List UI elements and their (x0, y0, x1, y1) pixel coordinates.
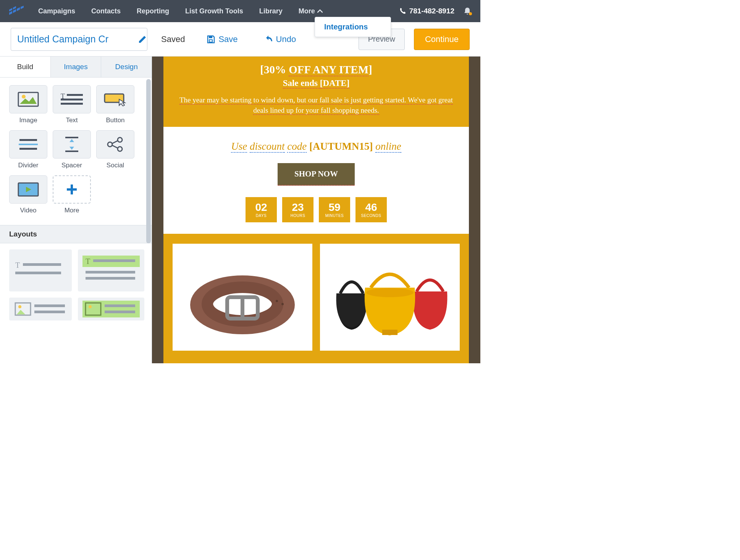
brand-logo[interactable] (9, 6, 27, 16)
campaign-toolbar: Saved Save Undo Preview Continue (0, 22, 480, 57)
svg-rect-7 (209, 40, 212, 42)
svg-rect-8 (18, 92, 38, 106)
svg-point-22 (118, 147, 122, 151)
top-nav: Campaigns Contacts Reporting List Growth… (0, 0, 480, 22)
nav-library[interactable]: Library (259, 7, 283, 15)
svg-rect-44 (105, 311, 135, 313)
phone-icon (399, 8, 406, 15)
svg-text:T: T (15, 261, 20, 269)
undo-button[interactable]: Undo (264, 34, 296, 44)
svg-rect-27 (67, 188, 77, 191)
sidebar-tabs: Build Images Design (0, 57, 152, 78)
save-icon (206, 35, 215, 44)
social-icon (96, 130, 134, 159)
spacer-icon (53, 130, 91, 159)
more-integrations[interactable]: Integrations (324, 23, 381, 31)
svg-rect-18 (65, 137, 78, 138)
svg-rect-52 (382, 330, 397, 335)
svg-rect-43 (105, 304, 135, 307)
main-layout: Build Images Design Image T Te (0, 57, 480, 363)
svg-rect-39 (34, 311, 65, 313)
block-video[interactable]: Video (9, 175, 47, 214)
svg-line-23 (112, 141, 118, 144)
hero-section[interactable]: [30% OFF ANY ITEM] Sale ends [DATE] The … (163, 57, 469, 127)
svg-rect-33 (93, 259, 135, 262)
hero-body[interactable]: The year may be starting to wind down, b… (179, 96, 453, 115)
product-handbags[interactable] (320, 244, 460, 351)
layout-text-highlight[interactable]: T (78, 249, 144, 291)
svg-point-42 (89, 305, 92, 308)
video-icon (9, 175, 47, 204)
chevron-up-icon (317, 9, 323, 13)
continue-button[interactable]: Continue (414, 29, 470, 50)
promo-section[interactable]: Use discount code [AUTUMN15] online SHOP… (163, 127, 469, 234)
countdown-days: 02 DAYS (246, 197, 277, 222)
countdown-seconds: 46 SECONDS (355, 197, 387, 222)
nav-campaigns[interactable]: Campaigns (38, 7, 75, 15)
campaign-name-field[interactable] (11, 28, 147, 51)
shop-now-button[interactable]: SHOP NOW (278, 163, 355, 186)
pencil-icon[interactable] (138, 35, 147, 44)
svg-rect-34 (86, 271, 135, 274)
layout-image-text-green[interactable] (78, 298, 144, 320)
svg-rect-12 (61, 99, 83, 100)
svg-marker-5 (13, 6, 16, 10)
scrollbar[interactable] (146, 79, 151, 243)
svg-line-24 (112, 145, 118, 148)
divider-icon (9, 130, 47, 159)
email-body[interactable]: [30% OFF ANY ITEM] Sale ends [DATE] The … (163, 57, 469, 363)
image-icon (9, 85, 47, 113)
svg-rect-13 (61, 103, 83, 105)
block-social[interactable]: Social (96, 130, 134, 169)
nav-contacts[interactable]: Contacts (91, 7, 121, 15)
svg-marker-0 (9, 11, 12, 15)
notifications-icon[interactable] (464, 7, 471, 15)
builder-sidebar: Build Images Design Image T Te (0, 57, 152, 363)
product-belt[interactable] (173, 244, 312, 351)
hero-headline[interactable]: [30% OFF ANY ITEM] (179, 63, 454, 76)
sidebar-body: Image T Text Button (0, 78, 152, 363)
countdown-hours: 23 HOURS (282, 197, 313, 222)
button-icon (96, 85, 134, 113)
nav-more[interactable]: More (299, 7, 323, 15)
promo-text[interactable]: Use discount code [AUTUMN15] online (179, 141, 454, 152)
saved-status: Saved (161, 34, 185, 44)
tab-design[interactable]: Design (101, 57, 152, 77)
block-divider[interactable]: Divider (9, 130, 47, 169)
nav-reporting[interactable]: Reporting (137, 7, 169, 15)
block-text[interactable]: T Text (53, 85, 91, 124)
block-button[interactable]: Button (96, 85, 134, 124)
svg-point-37 (18, 305, 21, 308)
svg-point-51 (366, 288, 414, 297)
svg-text:T: T (86, 257, 90, 265)
svg-marker-4 (9, 8, 12, 11)
svg-rect-11 (67, 94, 83, 96)
save-button[interactable]: Save (206, 34, 238, 44)
svg-point-50 (281, 303, 284, 305)
svg-rect-16 (19, 144, 38, 145)
notification-dot (469, 12, 472, 15)
block-spacer[interactable]: Spacer (53, 130, 91, 169)
block-image[interactable]: Image (9, 85, 47, 124)
undo-icon (264, 35, 273, 44)
svg-marker-1 (13, 9, 16, 13)
plus-icon (53, 175, 91, 204)
countdown-minutes: 59 MINUTES (319, 197, 350, 222)
svg-rect-19 (65, 151, 78, 152)
layout-image-left[interactable] (9, 298, 72, 320)
campaign-name-input[interactable] (17, 34, 138, 45)
tab-images[interactable]: Images (50, 57, 101, 77)
countdown-timer[interactable]: 02 DAYS 23 HOURS 59 MINUTES 46 SECONDS (179, 197, 454, 222)
svg-point-21 (118, 138, 122, 142)
hero-subhead[interactable]: Sale ends [DATE] (179, 78, 454, 88)
more-dropdown: Integrations (315, 17, 391, 37)
email-canvas[interactable]: [30% OFF ANY ITEM] Sale ends [DATE] The … (152, 57, 480, 363)
block-more[interactable]: More (53, 175, 91, 214)
layout-text-left[interactable]: T (9, 249, 72, 291)
svg-point-20 (108, 142, 112, 147)
tab-build[interactable]: Build (0, 57, 50, 77)
svg-point-49 (276, 300, 278, 302)
products-row[interactable] (163, 234, 469, 361)
nav-list-growth[interactable]: List Growth Tools (185, 7, 243, 15)
phone-number[interactable]: 781-482-8912 (399, 7, 454, 15)
